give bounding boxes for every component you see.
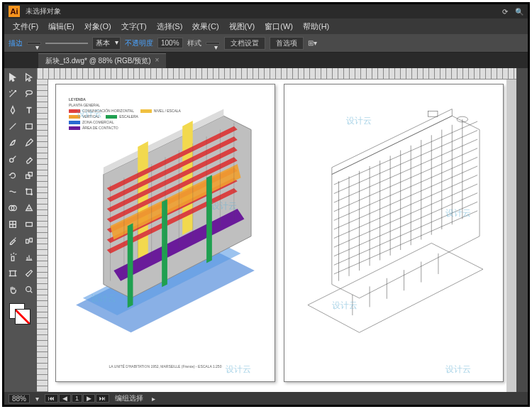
prev-artboard-icon[interactable]: ◀	[59, 394, 71, 403]
artboard-2[interactable]	[284, 84, 504, 382]
gradient-tool[interactable]	[21, 217, 37, 232]
svg-point-16	[26, 287, 31, 292]
prefs-button[interactable]: 首选项	[270, 37, 304, 50]
svg-rect-3	[26, 175, 30, 178]
rectangle-tool[interactable]	[21, 119, 37, 134]
scale-tool[interactable]	[21, 168, 37, 183]
symbol-spray-tool[interactable]	[5, 249, 21, 265]
menu-window[interactable]: 窗口(W)	[260, 20, 297, 33]
graph-tool[interactable]	[21, 249, 37, 265]
rotate-tool[interactable]	[5, 168, 21, 183]
artboard-viewport[interactable]: LEYENDA PLANTA GENERAL COMUNICACIÓN HORI…	[48, 80, 506, 392]
svg-rect-15	[11, 271, 16, 276]
type-tool[interactable]	[21, 102, 37, 118]
menu-select[interactable]: 选择(S)	[153, 20, 187, 33]
svg-rect-14	[11, 256, 14, 261]
doc-setup-button[interactable]: 文档设置	[224, 37, 265, 50]
eraser-tool[interactable]	[21, 151, 37, 167]
line-tool[interactable]	[5, 119, 21, 134]
svg-marker-34	[128, 223, 133, 307]
svg-marker-46	[332, 109, 452, 175]
selection-tool[interactable]	[5, 70, 21, 85]
free-transform-tool[interactable]	[21, 184, 37, 200]
svg-rect-4	[28, 173, 32, 176]
axon-linework	[290, 99, 497, 360]
menu-file[interactable]: 文件(F)	[9, 20, 43, 33]
direct-select-tool[interactable]	[21, 70, 37, 85]
opacity-value[interactable]: 100%	[157, 38, 183, 48]
titlebar: Ai 未选择对象 ⟳ 🔍	[4, 4, 528, 18]
svg-rect-79	[428, 111, 438, 116]
perspective-tool[interactable]	[21, 200, 37, 216]
svg-line-48	[334, 121, 477, 185]
document-tabbar: 新块_t3.dwg* @ 88% (RGB/预览) ×	[4, 53, 528, 68]
artboard-1[interactable]: LEYENDA PLANTA GENERAL COMUNICACIÓN HORI…	[55, 84, 275, 382]
menu-type[interactable]: 文字(T)	[117, 20, 151, 33]
menu-edit[interactable]: 编辑(E)	[44, 20, 79, 33]
svg-rect-13	[30, 239, 33, 242]
align-icon[interactable]: ⊞▾	[308, 39, 317, 47]
stroke-profile-dropdown[interactable]: 基本	[92, 37, 121, 50]
svg-rect-12	[26, 239, 29, 243]
style-label[interactable]: 样式	[187, 38, 201, 48]
document-tab[interactable]: 新块_t3.dwg* @ 88% (RGB/预览) ×	[38, 53, 166, 68]
opacity-label[interactable]: 不透明度	[125, 38, 153, 48]
svg-marker-47	[308, 243, 483, 332]
ruler-vertical[interactable]	[37, 80, 48, 392]
pen-tool[interactable]	[5, 102, 21, 118]
drawing-caption: LA UNITÉ D'HABITATION 1952, MARSEILLE (F…	[56, 364, 275, 369]
pencil-tool[interactable]	[21, 135, 37, 151]
style-dropdown[interactable]	[206, 42, 220, 45]
svg-line-50	[334, 139, 477, 202]
artboard-nav[interactable]: ⏮ ◀ 1 ▶ ⏭	[45, 394, 109, 403]
last-artboard-icon[interactable]: ⏭	[96, 394, 109, 403]
shape-builder-tool[interactable]	[5, 200, 21, 216]
canvas-area: LEYENDA PLANTA GENERAL COMUNICACIÓN HORI…	[37, 68, 516, 392]
close-tab-icon[interactable]: ×	[155, 56, 160, 66]
blob-brush-tool[interactable]	[5, 151, 21, 167]
first-artboard-icon[interactable]: ⏮	[45, 394, 58, 403]
axon-colored	[62, 99, 269, 360]
brush-tool[interactable]	[5, 135, 21, 151]
svg-marker-22	[182, 121, 193, 235]
mesh-tool[interactable]	[5, 217, 21, 232]
svg-line-58	[334, 211, 477, 274]
menu-effect[interactable]: 效果(C)	[188, 20, 223, 33]
svg-marker-45	[332, 116, 480, 298]
magic-wand-tool[interactable]	[5, 86, 21, 102]
slice-tool[interactable]	[21, 266, 37, 281]
next-artboard-icon[interactable]: ▶	[83, 394, 95, 403]
status-dropdown-icon[interactable]: ▸	[152, 395, 155, 403]
stroke-weight-dropdown[interactable]	[27, 42, 41, 45]
svg-line-55	[334, 184, 477, 247]
ruler-horizontal[interactable]	[37, 68, 516, 80]
stroke-swatch[interactable]	[15, 309, 31, 325]
right-dock[interactable]	[516, 68, 528, 392]
blend-tool[interactable]	[21, 233, 37, 249]
width-tool[interactable]	[5, 184, 21, 200]
menu-view[interactable]: 视图(V)	[225, 20, 260, 33]
scrollbar-vertical[interactable]	[506, 80, 516, 392]
artboard-tool[interactable]	[5, 266, 21, 281]
sync-icon[interactable]: ⟳	[502, 8, 508, 16]
svg-rect-11	[26, 222, 33, 226]
eyedropper-tool[interactable]	[5, 233, 21, 249]
stroke-label[interactable]: 描边	[9, 38, 23, 48]
svg-line-56	[334, 193, 477, 256]
svg-line-51	[334, 148, 477, 212]
svg-line-53	[334, 166, 477, 229]
svg-line-54	[334, 175, 477, 238]
app-window: Ai 未选择对象 ⟳ 🔍 文件(F) 编辑(E) 对象(O) 文字(T) 选择(…	[2, 2, 530, 407]
menu-object[interactable]: 对象(O)	[80, 20, 116, 33]
svg-line-52	[334, 157, 477, 220]
zoom-dropdown-icon[interactable]: ▾	[35, 395, 39, 403]
menu-help[interactable]: 帮助(H)	[299, 20, 333, 33]
svg-marker-32	[162, 199, 167, 287]
tab-title: 新块_t3.dwg* @ 88% (RGB/预览)	[45, 56, 151, 66]
stroke-style-preview[interactable]	[45, 43, 88, 44]
zoom-tool[interactable]	[21, 282, 37, 298]
artboard-number[interactable]: 1	[72, 394, 82, 403]
hand-tool[interactable]	[5, 282, 21, 298]
fill-stroke-swatch[interactable]	[5, 300, 37, 329]
lasso-tool[interactable]	[21, 86, 37, 102]
